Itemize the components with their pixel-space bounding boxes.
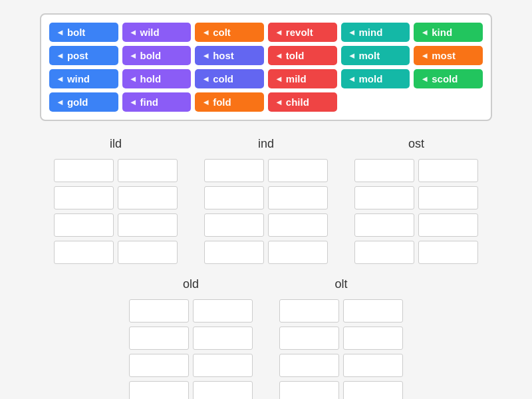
drop-box[interactable] (343, 327, 403, 350)
group-label-old: old (183, 277, 199, 291)
word-label: find (140, 96, 159, 108)
drop-box[interactable] (268, 159, 328, 182)
drop-box[interactable] (193, 327, 253, 350)
drop-box[interactable] (354, 186, 414, 209)
word-button-gold[interactable]: ◄gold (49, 92, 118, 112)
drop-box[interactable] (193, 381, 253, 399)
drop-box[interactable] (129, 381, 189, 399)
drop-row (129, 381, 253, 399)
word-button-wild[interactable]: ◄wild (122, 23, 192, 42)
word-label: hold (140, 73, 162, 84)
word-button-most[interactable]: ◄most (414, 46, 483, 65)
drop-box[interactable] (193, 354, 253, 377)
word-button-told[interactable]: ◄told (268, 46, 337, 65)
drop-box[interactable] (54, 186, 114, 209)
drop-box[interactable] (118, 159, 178, 182)
drop-box[interactable] (279, 381, 339, 399)
word-label: gold (67, 96, 88, 108)
drop-box[interactable] (418, 186, 478, 209)
drop-box[interactable] (54, 213, 114, 237)
drop-row (279, 381, 403, 399)
word-button-scold[interactable]: ◄scold (414, 69, 483, 88)
drop-row (204, 241, 328, 264)
word-button-hold[interactable]: ◄hold (122, 69, 192, 88)
speaker-icon: ◄ (348, 51, 356, 61)
word-button-kind[interactable]: ◄kind (414, 23, 483, 42)
drop-box[interactable] (204, 159, 264, 182)
word-label: cold (213, 73, 233, 84)
group-ild: ild (54, 137, 178, 264)
drop-box[interactable] (343, 354, 403, 377)
word-label: wild (140, 27, 160, 38)
drop-box[interactable] (279, 327, 339, 350)
drop-box[interactable] (193, 299, 253, 323)
drop-box[interactable] (268, 186, 328, 209)
word-button-colt[interactable]: ◄colt (195, 23, 264, 42)
speaker-icon: ◄ (275, 27, 283, 37)
drop-row (354, 159, 478, 182)
speaker-icon: ◄ (348, 74, 356, 84)
drop-box[interactable] (418, 159, 478, 182)
word-button-cold[interactable]: ◄cold (195, 69, 264, 88)
word-label: wind (67, 73, 90, 84)
drop-box[interactable] (279, 354, 339, 377)
drop-box[interactable] (204, 213, 264, 237)
speaker-icon: ◄ (275, 97, 283, 107)
word-button-child[interactable]: ◄child (268, 92, 337, 112)
speaker-icon: ◄ (420, 74, 429, 84)
speaker-icon: ◄ (56, 27, 65, 37)
word-button-fold[interactable]: ◄fold (195, 92, 264, 112)
speaker-icon: ◄ (201, 97, 210, 107)
drop-box[interactable] (279, 299, 339, 323)
word-button-mind[interactable]: ◄mind (341, 23, 410, 42)
speaker-icon: ◄ (129, 27, 138, 37)
word-button-bolt[interactable]: ◄bolt (49, 23, 118, 42)
drop-box[interactable] (343, 381, 403, 399)
drop-box[interactable] (204, 241, 264, 264)
drop-box[interactable] (129, 354, 189, 377)
word-label: colt (213, 27, 231, 38)
drop-box[interactable] (418, 241, 478, 264)
speaker-icon: ◄ (129, 74, 138, 84)
groups-row-top: ildindost (13, 137, 519, 264)
group-label-ind: ind (258, 137, 274, 151)
drop-box[interactable] (54, 241, 114, 264)
word-button-wind[interactable]: ◄wind (49, 69, 118, 88)
drop-box[interactable] (268, 213, 328, 237)
word-button-mold[interactable]: ◄mold (341, 69, 410, 88)
drop-box[interactable] (418, 213, 478, 237)
word-label: bolt (67, 27, 86, 38)
drop-box[interactable] (268, 241, 328, 264)
word-button-find[interactable]: ◄find (122, 92, 192, 112)
speaker-icon: ◄ (129, 97, 138, 107)
drop-box[interactable] (118, 213, 178, 237)
drop-row (54, 186, 178, 209)
word-label: most (432, 50, 456, 61)
drop-row (204, 186, 328, 209)
drop-box[interactable] (129, 327, 189, 350)
drop-row (54, 159, 178, 182)
groups-row-bottom: oldolt (13, 277, 519, 399)
drop-box[interactable] (118, 186, 178, 209)
drop-box[interactable] (343, 299, 403, 323)
group-olt: olt (279, 277, 403, 399)
drop-row (354, 241, 478, 264)
drop-row (204, 213, 328, 237)
word-label: host (213, 50, 234, 61)
word-button-host[interactable]: ◄host (195, 46, 264, 65)
drop-box[interactable] (54, 159, 114, 182)
word-button-revolt[interactable]: ◄revolt (268, 23, 337, 42)
drop-box[interactable] (129, 299, 189, 323)
word-button-mild[interactable]: ◄mild (268, 69, 337, 88)
group-old: old (129, 277, 253, 399)
word-button-post[interactable]: ◄post (49, 46, 118, 65)
word-button-molt[interactable]: ◄molt (341, 46, 410, 65)
drop-box[interactable] (118, 241, 178, 264)
drop-box[interactable] (354, 159, 414, 182)
drop-box[interactable] (204, 186, 264, 209)
word-button-bold[interactable]: ◄bold (122, 46, 192, 65)
drop-box[interactable] (354, 213, 414, 237)
group-ind: ind (204, 137, 328, 264)
drop-row (279, 299, 403, 323)
drop-box[interactable] (354, 241, 414, 264)
